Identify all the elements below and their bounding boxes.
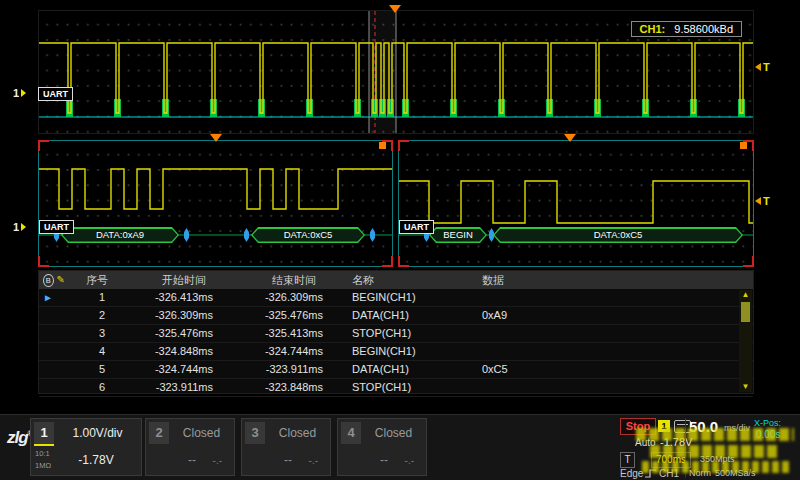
- trigger-letter: T: [763, 61, 770, 73]
- zoom-window-right[interactable]: BEGINDATA:0xC5: [398, 140, 754, 267]
- badge-channel-label: CH1:: [640, 23, 666, 35]
- row-pointer-icon: [39, 325, 65, 342]
- cell-no: 3: [65, 325, 129, 342]
- cell-no: 4: [65, 343, 129, 360]
- window-marker-square: [379, 142, 386, 149]
- col-header-end: 结束时间: [239, 271, 349, 289]
- zoom-corner-bracket: [38, 256, 49, 267]
- decode-bubble: BEGIN: [429, 227, 487, 243]
- cell-data: [479, 289, 753, 306]
- cell-end-time: -325.413ms: [239, 325, 349, 342]
- channel1-impedance: 1MΩ: [35, 461, 51, 470]
- channel1-probe-ratio: 10:1: [35, 449, 50, 458]
- col-header-data: 数据: [479, 271, 753, 289]
- zlg-logo: zlg®: [7, 428, 33, 448]
- badge-baud-value: 9.58600kBd: [674, 23, 733, 35]
- table-row[interactable]: ►1-326.413ms-326.309msBEGIN(CH1): [39, 289, 753, 307]
- trigger-type: Edge: [620, 468, 643, 479]
- decode-bubble: DATA:0xC5: [251, 227, 365, 243]
- zoom-trigger-marker-right[interactable]: [564, 134, 576, 142]
- zoom-window-left[interactable]: DATA:0xA9DATA:0xC5: [38, 140, 393, 267]
- cell-data: [479, 325, 753, 342]
- table-row[interactable]: 6-323.911ms-323.848msSTOP(CH1): [39, 379, 753, 397]
- uart-decode-label[interactable]: UART: [39, 220, 74, 234]
- trigger-level-marker-zoom[interactable]: T: [755, 195, 770, 207]
- uart-decode-label[interactable]: UART: [399, 220, 434, 234]
- channel3-state: Closed: [268, 426, 327, 440]
- row-pointer-icon: [39, 307, 65, 324]
- channel4-state: Closed: [364, 426, 423, 440]
- trigger-level-marker-main[interactable]: T: [755, 61, 770, 73]
- cell-data: 0xC5: [479, 361, 753, 378]
- ch1-position-marker-zoom[interactable]: 1: [13, 221, 26, 233]
- channel3-number: 3: [245, 422, 265, 444]
- channel3-sub: -.-: [309, 455, 318, 466]
- row-pointer-icon: [39, 379, 65, 396]
- row-pointer-icon: [39, 343, 65, 360]
- channel-pointer-icon: [21, 223, 26, 231]
- channel4-box[interactable]: 4 Closed -- -.-: [337, 418, 427, 476]
- cell-start-time: -324.744ms: [129, 361, 239, 378]
- left-arrow-icon: [755, 63, 761, 71]
- table-header: B ✎ 序号 开始时间 结束时间 名称 数据: [39, 271, 753, 289]
- cell-start-time: -325.476ms: [129, 325, 239, 342]
- cell-start-time: -326.309ms: [129, 307, 239, 324]
- cell-end-time: -325.476ms: [239, 307, 349, 324]
- pencil-icon[interactable]: ✎: [57, 271, 65, 289]
- zoom-corner-bracket: [382, 256, 393, 267]
- channel1-box[interactable]: 1 1.00V/div 10:1 1MΩ -1.78V: [30, 418, 142, 476]
- cell-name: BEGIN(CH1): [349, 343, 479, 360]
- decode-event-table: B ✎ 序号 开始时间 结束时间 名称 数据 ►1-326.413ms-326.…: [38, 270, 754, 394]
- table-row[interactable]: 2-326.309ms-325.476msDATA(CH1)0xA9: [39, 307, 753, 325]
- uart-decode-label[interactable]: UART: [38, 87, 73, 101]
- scroll-up-icon[interactable]: ▲: [739, 290, 752, 300]
- ch1-zoom-waveform-right: [399, 141, 753, 266]
- table-row[interactable]: 5-324.744ms-323.911msDATA(CH1)0xC5: [39, 361, 753, 379]
- zoom-trigger-marker-left[interactable]: [210, 134, 222, 142]
- cell-name: STOP(CH1): [349, 379, 479, 396]
- channel-number: 1: [13, 221, 19, 233]
- channel1-number: 1: [34, 422, 54, 446]
- cell-start-time: -324.848ms: [129, 343, 239, 360]
- channel2-sub: -.-: [213, 455, 222, 466]
- cell-name: STOP(CH1): [349, 325, 479, 342]
- cell-start-time: -326.413ms: [129, 289, 239, 306]
- zoom-corner-bracket: [398, 140, 409, 151]
- channel1-offset: -1.78V: [57, 453, 135, 467]
- table-row[interactable]: 3-325.476ms-325.413msSTOP(CH1): [39, 325, 753, 343]
- window-marker-square: [740, 142, 747, 149]
- channel2-box[interactable]: 2 Closed -- -.-: [145, 418, 235, 476]
- watermark-overlay: [642, 461, 790, 473]
- trigger-position-marker[interactable]: [389, 5, 401, 13]
- table-row[interactable]: 4-324.848ms-324.744msBEGIN(CH1): [39, 343, 753, 361]
- xpos-label: X-Pos:: [754, 418, 781, 428]
- cell-end-time: -324.744ms: [239, 343, 349, 360]
- cell-end-time: -326.309ms: [239, 289, 349, 306]
- table-header-icons: B ✎: [39, 271, 65, 289]
- cell-no: 6: [65, 379, 129, 396]
- scrollbar-thumb[interactable]: [741, 302, 750, 322]
- scroll-down-icon[interactable]: ▼: [739, 382, 752, 392]
- row-pointer-icon: ►: [39, 289, 65, 306]
- ch1-position-marker[interactable]: 1: [13, 87, 26, 99]
- cell-data: [479, 379, 753, 396]
- channel2-number: 2: [149, 422, 169, 444]
- col-header-start: 开始时间: [129, 271, 239, 289]
- cell-no: 1: [65, 289, 129, 306]
- cell-name: DATA(CH1): [349, 307, 479, 324]
- cell-name: DATA(CH1): [349, 361, 479, 378]
- channel2-state: Closed: [172, 426, 231, 440]
- channel4-number: 4: [341, 422, 361, 444]
- trigger-t-button[interactable]: T: [620, 452, 635, 468]
- decode-bubble: DATA:0xC5: [493, 227, 743, 243]
- zoom-corner-bracket: [743, 256, 754, 267]
- table-scrollbar[interactable]: ▲ ▼: [739, 290, 752, 392]
- channel3-box[interactable]: 3 Closed -- -.-: [241, 418, 331, 476]
- channel4-sub: -.-: [405, 455, 414, 466]
- ch1-zoom-waveform-left: [39, 141, 392, 266]
- zoom-corner-bracket: [38, 140, 49, 151]
- cell-no: 2: [65, 307, 129, 324]
- cell-end-time: -323.848ms: [239, 379, 349, 396]
- decode-bubble: DATA:0xA9: [61, 227, 179, 243]
- watermark-overlay: [636, 428, 794, 441]
